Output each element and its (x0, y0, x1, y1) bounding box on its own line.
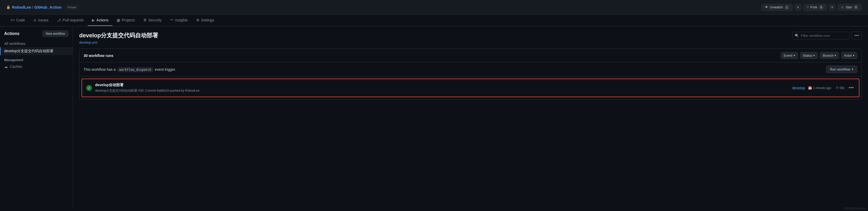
run-workflow-button[interactable]: Run workflow ▾ (826, 65, 857, 73)
sidebar-item-active-workflow[interactable]: develop分支提交代码自动部署 (0, 47, 73, 55)
nav-label-insights: Insights (175, 18, 188, 22)
sidebar-title: Actions (4, 31, 20, 36)
time-ago-text: 1 minute ago (813, 86, 831, 90)
workflow-title-block: develop分支提交代码自动部署 develop.yml (79, 32, 158, 44)
watermark: CSDN@RobodLee (844, 207, 866, 208)
repo-owner[interactable]: RobodLee (12, 5, 31, 9)
run-meta: 📅 1 minute ago ⏱ 59s (808, 86, 844, 90)
repo-separator: / (32, 5, 33, 9)
branch-filter-label: Branch (823, 54, 833, 57)
nav-label-issues: Issues (38, 18, 49, 22)
sidebar: Actions New workflow All workflows devel… (0, 26, 73, 208)
security-icon: ⛨ (143, 18, 147, 22)
unwatch-dropdown-button[interactable]: ▾ (795, 4, 801, 10)
runs-header: 30 workflow runs Event ▾ Status ▾ Branch… (80, 49, 862, 62)
sidebar-item-caches[interactable]: ☁ Caches (0, 63, 73, 70)
repo-nav: <> Code ⊙ Issues ⎇ Pull requests ▶ Actio… (0, 15, 868, 26)
star-button[interactable]: ☆ Star 0 (838, 4, 862, 11)
branch-chevron-icon: ▾ (835, 54, 836, 57)
trigger-notice-before: This workflow has a (84, 68, 116, 72)
workflow-file-link[interactable]: develop.yml (79, 41, 158, 44)
status-chevron-icon: ▾ (813, 54, 815, 57)
nav-item-projects[interactable]: ▦ Projects (113, 15, 139, 26)
sidebar-header: Actions New workflow (0, 31, 73, 40)
sidebar-item-active-workflow-label: develop分支提交代码自动部署 (4, 49, 53, 53)
issues-icon: ⊙ (33, 18, 36, 22)
sidebar-item-all-workflows[interactable]: All workflows (0, 40, 73, 47)
fork-icon: ⑂ (807, 5, 809, 9)
branch-filter-dropdown[interactable]: Branch ▾ (820, 52, 839, 59)
nav-label-actions: Actions (96, 18, 108, 22)
trigger-notice: This workflow has a workflow_dispatch ev… (80, 62, 862, 77)
caches-icon: ☁ (4, 64, 8, 69)
runs-count: 30 workflow runs (84, 54, 113, 58)
unwatch-button[interactable]: 👁 Unwatch 1 (762, 4, 793, 11)
nav-item-issues[interactable]: ⊙ Issues (29, 15, 53, 26)
run-name[interactable]: develop自动部署 (95, 83, 789, 87)
sidebar-item-caches-label: Caches (10, 64, 22, 69)
fork-dropdown-button[interactable]: ▾ (829, 4, 835, 10)
nav-label-code: Code (16, 18, 25, 22)
nav-item-settings[interactable]: ⚙ Settings (192, 15, 219, 26)
repo-name[interactable]: GitHub_Action (34, 5, 62, 9)
nav-label-pullrequests: Pull requests (63, 18, 84, 22)
nav-item-pullrequests[interactable]: ⎇ Pull requests (53, 15, 88, 26)
run-workflow-label: Run workflow (830, 68, 850, 71)
run-duration: ⏱ 59s (835, 86, 844, 90)
actor-filter-label: Actor (844, 54, 852, 57)
repo-identity: 🔒 RobodLee / GitHub_Action Private (6, 5, 79, 10)
event-filter-label: Event (784, 54, 792, 57)
run-status-icon: ✓ (86, 85, 92, 91)
status-filter-label: Status (803, 54, 812, 57)
unwatch-count: 1 (784, 5, 789, 9)
settings-icon: ⚙ (196, 18, 199, 22)
event-filter-dropdown[interactable]: Event ▾ (781, 52, 798, 59)
nav-item-actions[interactable]: ▶ Actions (88, 15, 113, 26)
more-options-button[interactable]: ••• (851, 32, 862, 39)
top-bar: 🔒 RobodLee / GitHub_Action Private 👁 Unw… (0, 0, 868, 15)
repo-actions: 👁 Unwatch 1 ▾ ⑂ Fork 0 ▾ ☆ Star 0 (762, 4, 862, 11)
workflow-header: develop分支提交代码自动部署 develop.yml 🔍 ••• (79, 32, 862, 44)
runs-section: 30 workflow runs Event ▾ Status ▾ Branch… (79, 49, 862, 100)
run-branch[interactable]: develop (792, 86, 805, 90)
insights-icon: 〜 (170, 18, 174, 23)
unwatch-label: Unwatch (770, 5, 783, 9)
runs-filters: Event ▾ Status ▾ Branch ▾ Actor ▾ (781, 52, 857, 59)
nav-item-insights[interactable]: 〜 Insights (166, 15, 192, 26)
repo-path: RobodLee / GitHub_Action (12, 5, 62, 9)
filter-input[interactable] (792, 32, 849, 39)
table-row[interactable]: ✓ develop自动部署 develop分支提交代码自动部署 #30: Com… (82, 79, 859, 97)
nav-item-security[interactable]: ⛨ Security (139, 15, 166, 26)
pullrequest-icon: ⎇ (57, 18, 61, 22)
nav-label-settings: Settings (201, 18, 214, 22)
fork-button[interactable]: ⑂ Fork 0 (803, 4, 827, 11)
run-workflow-chevron-icon: ▾ (852, 68, 854, 71)
status-filter-dropdown[interactable]: Status ▾ (800, 52, 818, 59)
calendar-icon: 📅 (808, 86, 812, 90)
fork-label: Fork (810, 5, 817, 9)
run-time-ago: 📅 1 minute ago (808, 86, 831, 90)
actor-chevron-icon: ▾ (853, 54, 855, 57)
run-subtitle: develop分支提交代码自动部署 #30: Commit 9ab8e19 pu… (95, 88, 789, 93)
nav-item-code[interactable]: <> Code (6, 15, 29, 26)
nav-label-security: Security (149, 18, 162, 22)
new-workflow-button[interactable]: New workflow (42, 31, 68, 37)
event-chevron-icon: ▾ (794, 54, 795, 57)
code-icon: <> (10, 18, 14, 22)
workflow-title: develop分支提交代码自动部署 (79, 32, 158, 39)
fork-count: 0 (819, 5, 824, 9)
star-label: Star (846, 5, 852, 9)
private-badge: Private (65, 5, 79, 10)
main-layout: Actions New workflow All workflows devel… (0, 26, 868, 208)
nav-label-projects: Projects (122, 18, 135, 22)
star-icon: ☆ (841, 5, 844, 9)
run-more-options-button[interactable]: ••• (848, 85, 855, 90)
actor-filter-dropdown[interactable]: Actor ▾ (841, 52, 857, 59)
search-icon: 🔍 (795, 34, 799, 37)
trigger-notice-text: This workflow has a workflow_dispatch ev… (84, 68, 176, 72)
trigger-notice-after: event trigger. (155, 68, 176, 72)
star-count: 0 (854, 5, 858, 9)
filter-row: 🔍 ••• (792, 32, 862, 39)
sidebar-management-label: Management (0, 55, 73, 63)
eye-icon: 👁 (765, 5, 768, 9)
